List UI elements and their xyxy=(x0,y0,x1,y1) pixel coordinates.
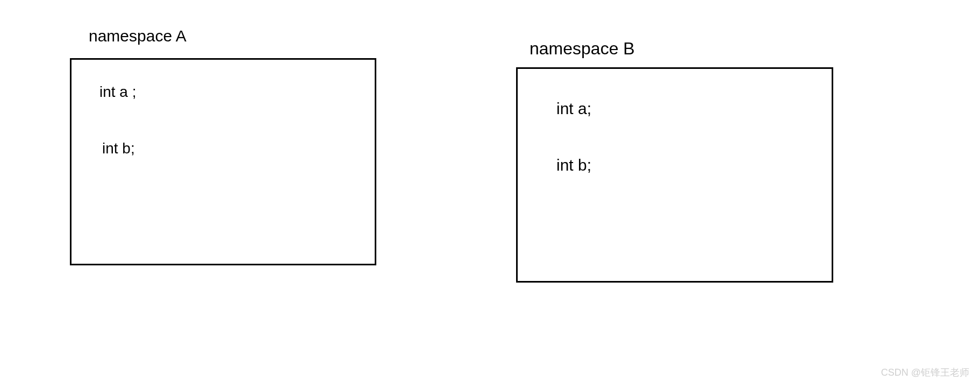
namespace-a-var-2: int b; xyxy=(102,140,135,157)
watermark-text: CSDN @钜锋王老师 xyxy=(881,366,969,379)
namespace-a-label: namespace A xyxy=(89,27,187,45)
namespace-b-var-2: int b; xyxy=(556,156,591,174)
namespace-b-var-1: int a; xyxy=(556,100,591,118)
namespace-a-var-1: int a ; xyxy=(99,83,136,101)
namespace-b-label: namespace B xyxy=(530,39,635,59)
